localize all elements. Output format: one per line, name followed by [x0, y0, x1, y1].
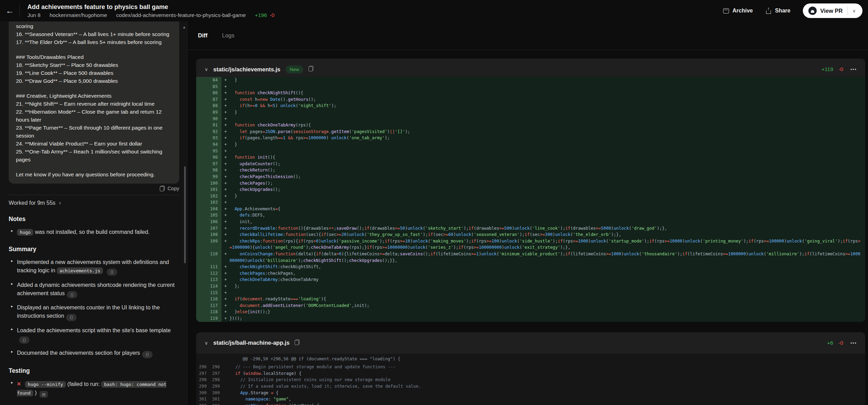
diff-row-context: 301301 namespace: "game", [196, 396, 865, 403]
code-line: checkRps:function(rps){if(rps>0)unlock('… [229, 238, 865, 251]
tab-logs[interactable]: Logs [222, 32, 235, 39]
added-sign: + [222, 296, 229, 302]
added-sign: + [222, 135, 229, 141]
list-item: •Documented the achievements section for… [9, 349, 182, 358]
view-pr-dropdown[interactable]: ∨ [848, 8, 860, 14]
bullet-dot: • [9, 349, 17, 358]
collapse-chevron-icon[interactable]: ∨ [205, 340, 208, 346]
code-line: } [229, 109, 865, 116]
line-number: 85 [196, 83, 222, 90]
diff-row-added: 94+ } [196, 141, 865, 148]
code-line: getKey: function (itemName) { [223, 403, 865, 405]
share-label: Share [775, 8, 790, 14]
share-icon [765, 8, 772, 14]
file-menu-button[interactable]: ••• [850, 67, 857, 72]
line-number: 102 [196, 193, 222, 200]
old-line-number: 301 [196, 396, 209, 403]
diff-row-added: 116+ if(document.readyState==='loading')… [196, 296, 865, 302]
code-ref-icon[interactable]: ⟨⟩ [142, 351, 153, 358]
log-output-icon[interactable]: ▤ [40, 391, 48, 398]
code-line: } [229, 193, 865, 200]
line-number: 86 [196, 90, 222, 96]
line-number: 84 [196, 77, 222, 83]
code-line: checkOneTabArmy:checkOneTabArmy [229, 276, 865, 283]
notes-list: •hugo was not installed, so the build co… [9, 228, 187, 237]
archive-button[interactable]: Archive [723, 8, 753, 14]
copy-label: Copy [167, 186, 179, 191]
new-file-badge: New [286, 65, 303, 73]
diff-row-added: 97+ updateCounter(); [196, 161, 865, 167]
new-line-number: 297 [209, 370, 223, 377]
code-ref-icon[interactable]: ⟨⟩ [107, 268, 117, 276]
list-item: •Loaded the achievements script within t… [9, 326, 182, 344]
code-line: function checkOneTabArmy(rps){ [229, 122, 865, 129]
diff-row-added: 106+ init, [196, 219, 865, 225]
chevron-right-icon: › [59, 199, 61, 206]
copy-button[interactable]: Copy [9, 186, 179, 191]
diff-row-added: 86+ function checkNightShift(){ [196, 90, 865, 96]
copy-path-button[interactable] [309, 66, 313, 73]
view-pr-button[interactable]: View PR ∨ [803, 3, 862, 18]
tabs-divider [188, 50, 868, 50]
code-ref-icon[interactable]: ⟨⟩ [19, 336, 29, 344]
line-number: 111 [196, 264, 222, 270]
bullet-text: Implemented a new achievements system wi… [17, 258, 182, 276]
added-sign: + [222, 174, 229, 180]
diff-row-added: 100+ checkPages(); [196, 180, 865, 187]
message-paragraph: 25. **One-Tab Army** – Reach 1 million/s… [16, 148, 172, 164]
line-number: 107 [196, 225, 222, 232]
diff-row-added: 91+ function checkOneTabArmy(rps){ [196, 122, 865, 129]
added-sign: + [222, 96, 229, 103]
inline-code-chip: hugo [17, 229, 33, 236]
worked-for-toggle[interactable]: Worked for 9m 55s › [9, 199, 187, 206]
line-number: 91 [196, 122, 222, 129]
assistant-message: scoring16. **Seasoned Veteran** – A ball… [9, 21, 179, 184]
scroll-up-icon[interactable]: ▲ [182, 25, 186, 29]
share-button[interactable]: Share [765, 8, 790, 14]
back-button[interactable]: ← [0, 6, 19, 16]
task-date: Jun 8 [27, 12, 41, 18]
file-name: static/js/achievements.js [213, 66, 280, 73]
list-item: •Displayed an achievements counter in th… [9, 303, 182, 321]
tab-diff[interactable]: Diff [198, 32, 208, 39]
collapse-chevron-icon[interactable]: ∨ [205, 67, 208, 72]
diff-row-added: 92+ let pages=JSON.parse(sessionStorage.… [196, 129, 865, 135]
added-sign: + [222, 290, 229, 296]
line-number: 90 [196, 116, 222, 122]
list-item: •Added a dynamic achievements shortcode … [9, 281, 182, 299]
line-number: 114 [196, 283, 222, 290]
line-number: 93 [196, 135, 222, 141]
diff-row-added: 99+ checkPagesThisSession(); [196, 174, 865, 180]
diff-row-added: 101+ checkUpgrades(); [196, 186, 865, 193]
line-number: 108 [196, 231, 222, 238]
line-number: 105 [196, 212, 222, 219]
sidebar-scrollbar-thumb[interactable] [184, 166, 186, 263]
message-paragraph: ### Creative, Lightweight Achievements [16, 92, 172, 100]
new-line-number: 301 [209, 396, 223, 403]
line-number: 115 [196, 290, 222, 296]
code-ref-icon[interactable]: ⟨⟩ [67, 291, 77, 298]
line-number: 116 [196, 296, 222, 302]
code-ref-icon[interactable]: ⟨⟩ [66, 314, 77, 321]
line-number: 103 [196, 199, 222, 206]
conversation-sidebar: scoring16. **Seasoned Veteran** – A ball… [0, 21, 187, 405]
bullet-text: hugo was not installed, so the build com… [17, 228, 182, 237]
message-paragraph: scoring [16, 22, 172, 30]
copy-icon [295, 340, 300, 345]
message-paragraph: 24. **Minimal Viable Product** – Earn yo… [16, 140, 172, 148]
code-line: } [229, 141, 865, 148]
line-number: 113 [196, 276, 222, 283]
message-paragraph: 23. **Page Turner** – Scroll through 10 … [16, 124, 172, 140]
diff-row-context: 296296 // --- Begin persistent storage m… [196, 364, 865, 370]
bullet-text: Documented the achievements section for … [17, 349, 182, 358]
file-menu-button[interactable]: ••• [850, 341, 857, 345]
bullet-text: Loaded the achievements script within th… [17, 326, 182, 344]
bullet-text: Added a dynamic achievements shortcode r… [17, 281, 182, 299]
line-number: 119 [196, 315, 222, 322]
line-number: 104 [196, 206, 222, 212]
copy-icon [309, 66, 313, 71]
copy-path-button[interactable] [295, 340, 300, 346]
code-line: checkPages(); [229, 180, 865, 187]
code-line: function init(){ [229, 154, 865, 161]
added-sign: + [222, 90, 229, 96]
